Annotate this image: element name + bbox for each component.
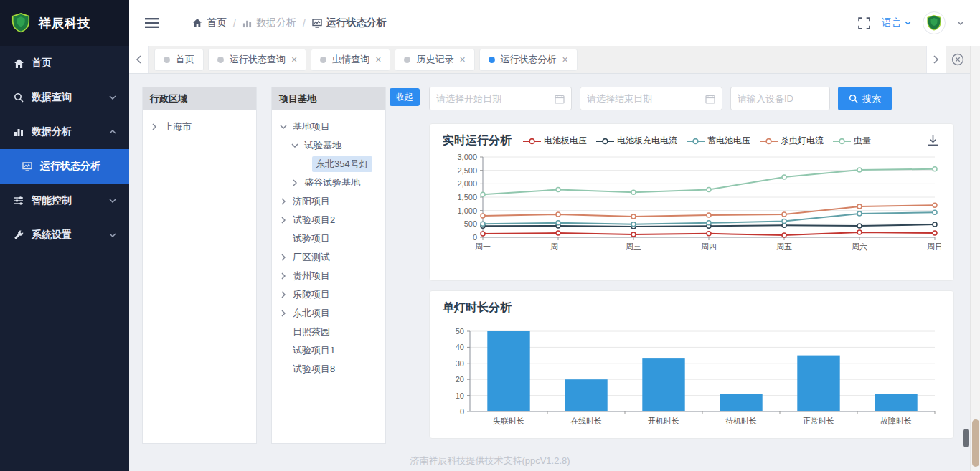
chevron-right-icon[interactable] <box>149 123 160 130</box>
breadcrumb-home[interactable]: 首页 <box>192 16 227 29</box>
avatar[interactable] <box>923 11 946 34</box>
tab-1[interactable]: 运行状态查询× <box>208 49 306 71</box>
tree-node-label[interactable]: 贵州项目 <box>289 268 334 284</box>
tree-node-label[interactable]: 东北354号灯 <box>312 156 372 172</box>
legend-label: 电池板电压 <box>544 135 587 147</box>
tree-node-label[interactable]: 基地项目 <box>289 119 334 135</box>
device-id-field[interactable] <box>730 87 830 110</box>
svg-text:待机时长: 待机时长 <box>725 417 757 425</box>
bar-chart[interactable]: 01020304050失联时长在线时长开机时长待机时长正常时长故障时长 <box>441 325 941 430</box>
chart-legend: 电池板电压电池板充电电流蓄电池电压杀虫灯电流虫量 <box>523 135 871 147</box>
tree-node-label[interactable]: 试验基地 <box>301 138 345 153</box>
project-tree-node-5[interactable]: 试验项目2 <box>273 211 384 229</box>
sidebar-menu: 首页数据查询数据分析运行状态分析智能控制系统设置 <box>0 46 129 252</box>
user-menu-chevron-icon[interactable] <box>957 21 964 25</box>
project-tree-node-1[interactable]: 试验基地 <box>273 136 384 155</box>
svg-text:周二: 周二 <box>550 242 566 251</box>
legend-item-2[interactable]: 蓄电池电压 <box>687 135 750 147</box>
project-tree-node-2[interactable]: 东北354号灯 <box>273 155 384 173</box>
language-selector[interactable]: 语言 <box>882 16 911 29</box>
tab-status-dot <box>320 57 326 63</box>
chevron-right-icon[interactable] <box>278 310 289 317</box>
project-tree-node-12[interactable]: 试验项目1 <box>273 341 384 360</box>
line-chart[interactable]: 05001,0001,5002,0002,5003,000周一周二周三周四周五周… <box>441 151 941 265</box>
tree-node-label[interactable]: 试验项目2 <box>289 212 339 228</box>
collapse-button[interactable]: 收起 <box>390 88 420 106</box>
sidebar-item-3[interactable]: 智能控制 <box>0 184 129 218</box>
project-tree-node-3[interactable]: 盛谷试验基地 <box>273 173 384 192</box>
fullscreen-icon[interactable] <box>858 17 870 29</box>
project-tree-node-8[interactable]: 贵州项目 <box>273 267 384 285</box>
project-tree-node-4[interactable]: 济阳项目 <box>273 192 384 211</box>
chevron-right-icon[interactable] <box>278 198 289 205</box>
project-tree-node-11[interactable]: 日照茶园 <box>273 323 384 341</box>
realtime-chart-title: 实时运行分析 <box>443 133 512 148</box>
sidebar-item-2[interactable]: 数据分析 <box>0 115 129 149</box>
sidebar-subitem-运行状态分析[interactable]: 运行状态分析 <box>0 149 129 184</box>
tab-4[interactable]: 运行状态分析× <box>479 49 578 71</box>
tree-node-label[interactable]: 试验项目 <box>289 231 334 247</box>
topbar-right: 语言 <box>858 11 964 34</box>
tree-node-label[interactable]: 上海市 <box>160 119 195 135</box>
tab-3[interactable]: 历史记录× <box>395 49 474 71</box>
tree-node-label[interactable]: 厂区测试 <box>289 249 334 265</box>
tab-close-icon[interactable]: × <box>291 54 297 65</box>
hamburger-menu-icon[interactable] <box>145 17 159 29</box>
tree-node-label[interactable]: 试验项目1 <box>289 343 339 358</box>
project-tree-node-13[interactable]: 试验项目8 <box>273 360 384 379</box>
chevron-right-icon[interactable] <box>278 217 289 224</box>
tab-close-icon[interactable]: × <box>375 54 381 65</box>
project-tree-node-10[interactable]: 东北项目 <box>273 304 384 323</box>
tabs-scroll-left-icon[interactable] <box>129 46 149 73</box>
sidebar-item-4[interactable]: 系统设置 <box>0 218 129 252</box>
sidebar-item-1[interactable]: 数据查询 <box>0 80 129 115</box>
start-date-input[interactable] <box>436 93 550 104</box>
tree-node-label[interactable]: 盛谷试验基地 <box>301 175 364 191</box>
legend-item-1[interactable]: 电池板充电电流 <box>596 135 677 147</box>
svg-text:1,000: 1,000 <box>457 206 477 215</box>
start-date-field[interactable] <box>429 87 572 110</box>
tab-2[interactable]: 虫情查询× <box>311 49 390 71</box>
chevron-right-icon[interactable] <box>278 272 289 280</box>
region-tree-node-0[interactable]: 上海市 <box>144 118 255 136</box>
device-id-input[interactable] <box>738 93 823 104</box>
end-date-field[interactable] <box>580 87 722 110</box>
legend-item-3[interactable]: 杀虫灯电流 <box>760 135 824 147</box>
duration-card-header: 单灯时长分析 <box>430 291 953 315</box>
chevron-right-icon[interactable] <box>278 291 289 298</box>
tab-close-icon[interactable]: × <box>562 54 568 65</box>
project-tree-node-6[interactable]: 试验项目 <box>273 229 384 248</box>
chevron-down-icon[interactable] <box>289 143 301 148</box>
project-tree-node-9[interactable]: 乐陵项目 <box>273 285 384 304</box>
tabs-scroll-right-icon[interactable] <box>926 46 946 73</box>
search-button[interactable]: 搜索 <box>838 87 892 110</box>
close-all-tabs-icon[interactable] <box>951 53 966 66</box>
project-tree-node-0[interactable]: 基地项目 <box>273 118 384 136</box>
tree-node-label[interactable]: 日照茶园 <box>289 324 334 340</box>
legend-item-0[interactable]: 电池板电压 <box>523 135 587 147</box>
tree-node-label[interactable]: 乐陵项目 <box>289 287 334 303</box>
legend-item-4[interactable]: 虫量 <box>833 135 871 147</box>
content-scrollbar-thumb[interactable] <box>963 429 969 447</box>
brand-logo[interactable]: 祥辰科技 <box>0 0 129 46</box>
tab-0[interactable]: 首页 <box>154 49 204 71</box>
tab-label: 历史记录 <box>416 53 453 66</box>
tab-close-icon[interactable]: × <box>459 54 465 65</box>
chevron-down-icon[interactable] <box>278 125 289 129</box>
window-scrollbar[interactable] <box>970 46 980 471</box>
project-tree-node-7[interactable]: 厂区测试 <box>273 248 384 267</box>
chevron-right-icon[interactable] <box>289 179 301 186</box>
end-date-input[interactable] <box>587 93 701 104</box>
tree-node-label[interactable]: 试验项目8 <box>289 361 339 377</box>
tree-node-label[interactable]: 济阳项目 <box>289 194 334 209</box>
legend-marker-icon <box>687 138 705 145</box>
svg-text:故障时长: 故障时长 <box>880 417 912 425</box>
sidebar-item-label: 智能控制 <box>32 194 72 207</box>
download-icon[interactable] <box>927 135 939 147</box>
breadcrumb-data-analysis[interactable]: 数据分析 <box>242 16 296 29</box>
svg-text:周五: 周五 <box>776 242 792 251</box>
window-scrollbar-thumb[interactable] <box>972 419 979 467</box>
sidebar-item-0[interactable]: 首页 <box>0 46 129 80</box>
tree-node-label[interactable]: 东北项目 <box>289 305 334 321</box>
chevron-right-icon[interactable] <box>278 254 289 261</box>
